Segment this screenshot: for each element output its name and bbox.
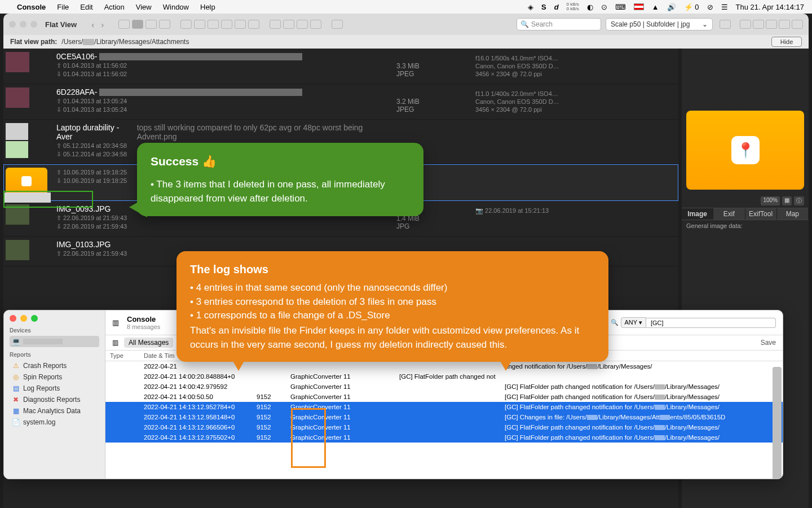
toolbar-button[interactable] bbox=[248, 20, 259, 29]
sidebar-item[interactable]: ▤Log Reports bbox=[10, 383, 99, 394]
view-icon-gal[interactable] bbox=[159, 20, 170, 29]
gear-icon[interactable] bbox=[720, 20, 731, 29]
network-speed: 0 kB/s0 kB/s bbox=[567, 2, 579, 11]
log-row[interactable]: 2022-04-21 14:13:12.958148+09152GraphicC… bbox=[105, 412, 783, 422]
hide-button[interactable]: Hide bbox=[771, 37, 802, 47]
search-icon: 🔍 bbox=[520, 20, 529, 28]
save-button[interactable]: Save bbox=[761, 339, 776, 347]
panel-button[interactable] bbox=[740, 20, 751, 29]
sidebar-item[interactable]: ✖︎Diagnostic Reports bbox=[10, 394, 99, 405]
sidebar-toggle-icon[interactable]: ▥ bbox=[112, 318, 122, 327]
preview-image: 📍 bbox=[686, 111, 804, 190]
thumbnail bbox=[3, 87, 56, 113]
tab-all-messages[interactable]: All Messages bbox=[124, 338, 173, 348]
panel-button[interactable] bbox=[779, 20, 790, 29]
menu-app[interactable]: Console bbox=[11, 3, 51, 11]
toolbar-button[interactable] bbox=[310, 20, 321, 29]
panel-button[interactable] bbox=[766, 20, 777, 29]
menubar: Console File Edit Action View Window Hel… bbox=[0, 0, 812, 14]
window-controls[interactable] bbox=[10, 315, 99, 322]
log-row[interactable]: 2022-04-21 14:00:20.848884+0GraphicConve… bbox=[105, 371, 783, 382]
preset-dropdown[interactable]: Scale p50 | Subfolder | jpg⌄ bbox=[606, 18, 713, 30]
chevron-down-icon: ⌄ bbox=[702, 20, 708, 28]
status-icon[interactable]: S bbox=[541, 3, 546, 11]
log-row[interactable]: 2022-04-21 14:00:50.509152GraphicConvert… bbox=[105, 392, 783, 402]
control-center-icon[interactable]: ☰ bbox=[721, 3, 728, 11]
tab-map[interactable]: Map bbox=[777, 208, 809, 220]
filesize: 3.2 MiBJPEG bbox=[396, 87, 475, 113]
metadata: f11.0 1/400s 22.0mm* ISO4…Canon, Canon E… bbox=[475, 87, 678, 113]
list-item[interactable]: 6D228AFA-⇧ 01.04.2013 at 13:05:24⇩ 01.04… bbox=[3, 84, 678, 120]
bubble-title: The log shows bbox=[190, 261, 595, 278]
nav-fwd-icon[interactable]: › bbox=[101, 20, 104, 29]
status-icon[interactable]: ⊙ bbox=[601, 3, 607, 11]
sidebar-device[interactable]: 💻 bbox=[10, 336, 99, 347]
status-icon[interactable]: ⚡ 0 bbox=[684, 3, 699, 11]
clock[interactable]: Thu 21. Apr 14:14:17 bbox=[736, 3, 804, 11]
tab-exif[interactable]: Exif bbox=[713, 208, 745, 220]
pathbar: Flat view path: /Users//Library/Messages… bbox=[3, 35, 809, 49]
toolbar-button[interactable] bbox=[270, 20, 281, 29]
badge: ▦ bbox=[782, 196, 792, 205]
view-icon-col[interactable] bbox=[145, 20, 157, 29]
date-modified: ⇩ 01.04.2013 at 11:56:02 bbox=[56, 71, 396, 78]
panel-button[interactable] bbox=[792, 20, 803, 29]
view-icon-grid[interactable] bbox=[118, 20, 130, 29]
log-row[interactable]: 2022-04-21 14:13:12.952784+09152GraphicC… bbox=[105, 402, 783, 412]
wifi-icon[interactable]: ▲ bbox=[652, 3, 659, 11]
menu-file[interactable]: File bbox=[51, 3, 74, 11]
toolbar-button[interactable] bbox=[221, 20, 232, 29]
toolbar-button[interactable] bbox=[283, 20, 294, 29]
sidebar-item[interactable]: ▦Mac Analytics Data bbox=[10, 405, 99, 417]
flag-icon[interactable] bbox=[634, 3, 644, 10]
nav-back-icon[interactable]: ‹ bbox=[91, 20, 94, 29]
detail-toggle-icon[interactable]: ▥ bbox=[112, 339, 118, 347]
panel-button[interactable] bbox=[753, 20, 764, 29]
tab-image[interactable]: Image bbox=[682, 208, 713, 220]
sidebar-item[interactable]: ◎Spin Reports bbox=[10, 371, 99, 383]
gc-toolbar: Flat View ‹› 🔍Search Scale p50 | Subfold… bbox=[3, 14, 809, 35]
menu-edit[interactable]: Edit bbox=[74, 3, 98, 11]
report-icon: ◎ bbox=[12, 373, 20, 381]
toolbar-button[interactable] bbox=[208, 20, 219, 29]
menu-window[interactable]: Window bbox=[157, 3, 195, 11]
sidebar-item[interactable]: 📄system.log bbox=[10, 417, 99, 428]
search-token[interactable]: [GC] bbox=[646, 318, 776, 328]
log-row[interactable]: 2022-04-21 14:13:12.975502+09152GraphicC… bbox=[105, 432, 783, 443]
console-search[interactable]: 🔍 ANY ▾ [GC] bbox=[611, 317, 776, 328]
col-type[interactable]: Type bbox=[105, 352, 139, 359]
menu-help[interactable]: Help bbox=[195, 3, 221, 11]
toolbar-button[interactable] bbox=[180, 20, 192, 29]
general-image-data-label: General image data: bbox=[682, 220, 809, 231]
volume-icon[interactable]: 🔊 bbox=[667, 3, 676, 11]
menu-action[interactable]: Action bbox=[99, 3, 130, 11]
scrollbar[interactable] bbox=[773, 367, 782, 479]
log-row[interactable]: 2022-04-21anged notification for /Users/… bbox=[105, 361, 783, 371]
bluetooth-icon[interactable]: ⌨ bbox=[615, 3, 626, 11]
toolbar-button[interactable] bbox=[235, 20, 246, 29]
sidebar-section: Devices bbox=[10, 327, 99, 334]
status-icon[interactable]: ◈ bbox=[528, 3, 533, 11]
menu-view[interactable]: View bbox=[130, 3, 157, 11]
sidebar-item[interactable]: ⚠︎Crash Reports bbox=[10, 360, 99, 371]
log-row[interactable]: 2022-04-21 14:00:42.979592GraphicConvert… bbox=[105, 382, 783, 392]
tab-exiftool[interactable]: ExifTool bbox=[745, 208, 777, 220]
toolbar-button[interactable] bbox=[297, 20, 308, 29]
search-input[interactable]: 🔍Search bbox=[517, 18, 601, 30]
toolbar-button[interactable] bbox=[194, 20, 205, 29]
status-icon[interactable]: ◐ bbox=[587, 3, 593, 11]
log-row[interactable]: 2022-04-21 14:13:12.966506+09152GraphicC… bbox=[105, 422, 783, 432]
share-icon[interactable] bbox=[332, 20, 343, 29]
window-controls[interactable] bbox=[9, 21, 37, 28]
search-scope[interactable]: ANY ▾ bbox=[621, 317, 646, 328]
thumbnail bbox=[3, 240, 56, 260]
thumbnail bbox=[3, 52, 56, 78]
status-icon[interactable]: d bbox=[554, 3, 559, 11]
thumbnail bbox=[3, 123, 56, 158]
status-icon[interactable]: ⊘ bbox=[707, 3, 713, 11]
view-icon-list[interactable] bbox=[132, 20, 143, 29]
report-icon: 📄 bbox=[12, 418, 20, 426]
metadata: 📷 22.06.2019 at 15:21:13 bbox=[475, 204, 678, 230]
metadata bbox=[475, 168, 678, 195]
list-item[interactable]: 0CE5A106-⇧ 01.04.2013 at 11:56:02⇩ 01.04… bbox=[3, 49, 678, 84]
